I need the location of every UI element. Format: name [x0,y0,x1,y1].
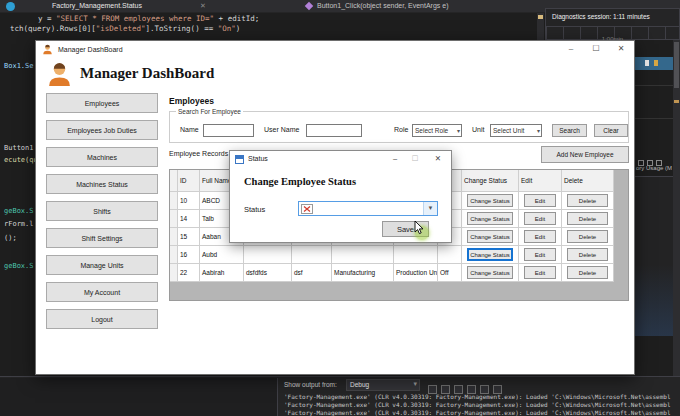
code-fragment: geBox.S [4,262,34,270]
row-header-stub[interactable] [170,192,178,210]
column-header-stub[interactable] [170,170,178,192]
delete-button[interactable]: Delete [567,266,608,279]
action-cell: Change Status [462,228,519,246]
change-status-button[interactable]: Change Status [467,266,513,279]
maximize-button[interactable]: ☐ [584,41,608,57]
code-text: ) [236,24,241,33]
dialog-titlebar[interactable]: Status – ☐ ✕ [230,151,451,167]
action-cell: Delete [562,246,614,264]
cell-id: 16 [178,246,200,264]
output-source-select[interactable]: Debug ▾ [346,379,420,391]
sidebar-item-manage-units[interactable]: Manage Units [46,255,158,275]
search-group-label: Search For Employee [176,108,243,115]
change-status-button[interactable]: Change Status [467,248,513,261]
sidebar-item-my-account[interactable]: My Account [46,282,158,302]
chevron-down-icon: ▾ [413,380,417,388]
edit-button[interactable]: Edit [524,212,556,225]
close-button[interactable]: ✕ [609,41,633,57]
role-select-value: Select Role [415,127,448,134]
user-name-input[interactable] [306,124,362,137]
row-header-stub[interactable] [170,246,178,264]
column-header-del[interactable]: Delete [562,170,614,192]
broken-image-icon [301,204,313,214]
diagnostics-side-strip: ory Usage (M [635,40,680,376]
code-line-2: tch(query).Rows[0]["isDeleted"].ToString… [10,24,240,33]
role-select[interactable]: Select Role▾ [412,124,462,137]
change-status-button[interactable]: Change Status [467,230,513,243]
side-scrollbar[interactable] [673,40,680,376]
delete-button[interactable]: Delete [567,230,608,243]
row-header-stub[interactable] [170,228,178,246]
column-header-id[interactable]: ID [178,170,200,192]
unit-select[interactable]: Select Unit▾ [490,124,542,137]
dialog-maximize-button[interactable]: ☐ [406,151,424,166]
app-header: Manager DashBoard [36,58,634,94]
sidebar-item-logout[interactable]: Logout [46,309,158,329]
event-marker-icon [654,60,658,66]
sidebar-item-employees[interactable]: Employees [46,93,158,113]
app-person-icon [42,44,53,55]
scroll-annotation [674,100,679,103]
scroll-thumb[interactable] [674,42,679,88]
name-input[interactable] [203,124,254,137]
records-label: Employee Records [169,150,228,157]
sidebar-item-employees-job-duties[interactable]: Employees Job Duties [46,120,158,140]
app-titlebar[interactable]: Manager DashBoard – ☐ ✕ [36,41,634,58]
row-header-stub[interactable] [170,210,178,228]
output-show-label: Show output from: [284,381,337,388]
delete-button[interactable]: Delete [567,194,608,207]
sidebar-item-shift-settings[interactable]: Shift Settings [46,228,158,248]
cell-id: 14 [178,210,200,228]
edit-button[interactable]: Edit [524,266,556,279]
delete-button[interactable]: Delete [567,212,608,225]
column-header-cs[interactable]: Change Status [462,170,519,192]
editor-tab-title[interactable]: Factory_Management.Status [52,2,142,9]
table-row: 22AabirahdsfdfdsdsfManufacturingProducti… [170,264,628,282]
code-text: y = [38,14,56,23]
edit-button[interactable]: Edit [524,248,556,261]
edit-button[interactable]: Edit [524,194,556,207]
output-panel: Show output from: Debug ▾ 'Factory-Manag… [0,376,680,416]
delete-button[interactable]: Delete [567,248,608,261]
action-cell: Delete [562,264,614,282]
cell-c4 [292,246,332,264]
change-status-button[interactable]: Change Status [467,194,513,207]
sidebar-item-machines[interactable]: Machines [46,147,158,167]
search-button[interactable]: Search [552,124,587,137]
tab-close-icon[interactable]: ✕ [200,2,206,10]
row-header-stub[interactable] [170,264,178,282]
cell-c6 [394,246,438,264]
clear-button[interactable]: Clear [594,124,628,137]
user-name-label: User Name [264,126,299,133]
action-cell: Change Status [462,246,519,264]
dialog-minimize-button[interactable]: – [386,151,404,166]
member-dropdown[interactable]: Button1_Click(object sender, EventArgs e… [317,2,449,9]
dialog-close-button[interactable]: ✕ [428,151,448,166]
code-fragment: rForm.l [4,220,34,228]
code-text: ].ToString() == [145,24,217,33]
mouse-cursor [414,221,425,235]
minimize-button[interactable]: – [559,41,583,57]
add-new-employee-button[interactable]: Add New Employee [541,146,629,163]
output-lines: 'Factory-Management.exe' (CLR v4.0.30319… [284,393,678,416]
cell-c5: Manufacturing [332,264,394,282]
action-cell: Change Status [462,210,519,228]
sidebar-item-machines-status[interactable]: Machines Status [46,174,158,194]
column-header-edit[interactable]: Edit [519,170,562,192]
chevron-down-icon: ▾ [457,127,460,134]
change-status-button[interactable]: Change Status [467,212,513,225]
output-line: 'Factory-Management.exe' (CLR v4.0.30319… [284,409,678,416]
app-header-title: Manager DashBoard [80,65,214,82]
employees-section-title: Employees [169,96,214,106]
output-line: 'Factory-Management.exe' (CLR v4.0.30319… [284,401,678,409]
code-string: "isDeleted" [96,24,146,33]
status-combobox[interactable]: ▼ [298,201,438,216]
memory-usage-label: ory Usage (M [636,165,672,171]
sidebar-item-shifts[interactable]: Shifts [46,201,158,221]
chevron-down-icon[interactable]: ▼ [423,202,437,215]
editor-scrollbar[interactable] [537,13,544,40]
cell-c3: dsfdfds [244,264,292,282]
edit-button[interactable]: Edit [524,230,556,243]
diagnostics-timeline: 1:00min [546,26,679,39]
role-label: Role [394,126,408,133]
